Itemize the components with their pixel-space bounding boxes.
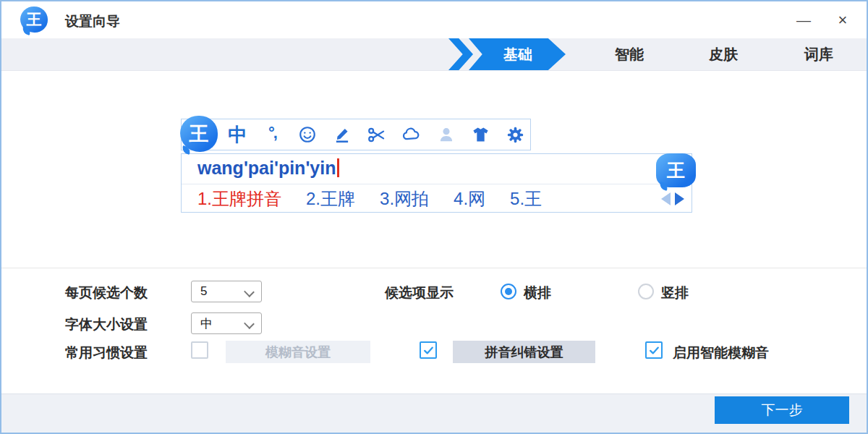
fuzzy-checkbox[interactable]: [191, 341, 208, 359]
toolbar-icons: 中 °,: [228, 119, 525, 150]
close-button[interactable]: ×: [830, 9, 855, 32]
correction-settings-button[interactable]: 拼音纠错设置: [453, 341, 595, 363]
settings-form: 每页候选个数 5 候选项显示 横排 竖排 字体大小设置 中 常用习惯设置 模糊音…: [1, 268, 867, 393]
tab-skin-label: 皮肤: [709, 45, 738, 64]
per-page-value: 5: [200, 284, 207, 299]
display-mode-label: 候选项显示: [385, 284, 454, 302]
habits-label: 常用习惯设置: [65, 344, 148, 362]
settings-gear-icon: [506, 125, 525, 145]
cloud-icon: [401, 125, 421, 145]
per-page-dropdown[interactable]: 5: [191, 281, 262, 302]
ime-toolbar-preview: 王 中 °,: [181, 119, 531, 150]
check-icon: [648, 344, 660, 357]
account-icon: [436, 125, 456, 145]
page-title: 设置向导: [65, 12, 120, 31]
tab-skin[interactable]: 皮肤: [694, 38, 752, 70]
minimize-icon: —: [796, 12, 811, 29]
page-next-icon: [675, 192, 684, 205]
check-icon: [422, 344, 435, 357]
ime-logo-glyph: 王: [190, 121, 209, 147]
tab-smart-label: 智能: [615, 45, 644, 64]
candidate-item: 2.王牌: [306, 187, 355, 210]
radio-horizontal-label: 横排: [524, 284, 551, 302]
page-previous-icon: [661, 192, 671, 205]
correction-checkbox[interactable]: [420, 341, 437, 359]
font-size-label: 字体大小设置: [65, 315, 148, 334]
close-icon: ×: [838, 11, 848, 30]
ime-logo-icon: 王: [180, 116, 218, 152]
composition-row: wang'pai'pin'yin 王: [182, 154, 692, 184]
composition-text: wang'pai'pin'yin: [197, 158, 339, 179]
settings-wizard-window: 王 设置向导 — × 基础 智能 皮肤 词库 王 中: [0, 0, 868, 434]
radio-horizontal[interactable]: [501, 284, 516, 299]
ime-badge-glyph: 王: [667, 158, 685, 182]
ime-badge-icon: 王: [656, 153, 696, 187]
tab-basic-label: 基础: [503, 45, 532, 64]
title-bar: 王 设置向导 — ×: [1, 1, 867, 38]
scissors-icon: [367, 125, 386, 145]
candidate-window-preview: wang'pai'pin'yin 王 1.王牌拼音 2.王牌 3.网拍 4.网 …: [181, 153, 692, 213]
minimize-button[interactable]: —: [791, 9, 816, 32]
candidate-item: 3.网拍: [380, 187, 429, 210]
tab-dictionary[interactable]: 词库: [790, 38, 848, 70]
tab-dictionary-label: 词库: [804, 45, 833, 64]
chevron-down-icon: [244, 286, 255, 297]
active-tab-chevron-icon: [448, 38, 473, 70]
fuzzy-settings-button[interactable]: 模糊音设置: [226, 341, 370, 363]
candidate-row: 1.王牌拼音 2.王牌 3.网拍 4.网 5.王: [182, 184, 692, 213]
smart-fuzzy-checkbox[interactable]: [645, 341, 663, 359]
emoji-icon: [297, 125, 317, 145]
punctuation-icon: °,: [263, 124, 282, 143]
footer-bar: 下一步: [1, 393, 867, 434]
app-logo-glyph: 王: [27, 9, 42, 30]
ime-preview-panel: 王 中 °,: [1, 71, 867, 268]
chevron-down-icon: [244, 318, 255, 329]
tab-basic[interactable]: 基础: [469, 38, 566, 70]
handwriting-icon: [332, 125, 352, 145]
app-logo-icon: 王: [20, 7, 48, 33]
tab-strip: 基础 智能 皮肤 词库: [1, 38, 867, 71]
smart-fuzzy-label: 启用智能模糊音: [673, 344, 769, 362]
font-size-value: 中: [200, 315, 213, 332]
text-caret: [337, 158, 339, 177]
next-step-button[interactable]: 下一步: [715, 396, 849, 424]
per-page-label: 每页候选个数: [65, 284, 148, 302]
candidate-item: 5.王: [510, 187, 542, 210]
composition-string: wang'pai'pin'yin: [197, 158, 336, 178]
font-size-dropdown[interactable]: 中: [191, 312, 262, 334]
chinese-mode-icon: 中: [228, 125, 247, 145]
skin-icon: [471, 125, 490, 145]
tab-smart[interactable]: 智能: [600, 38, 658, 70]
candidate-item: 1.王牌拼音: [197, 187, 281, 210]
candidate-item: 4.网: [454, 187, 485, 210]
radio-vertical[interactable]: [638, 284, 654, 299]
radio-vertical-label: 竖排: [661, 284, 689, 302]
